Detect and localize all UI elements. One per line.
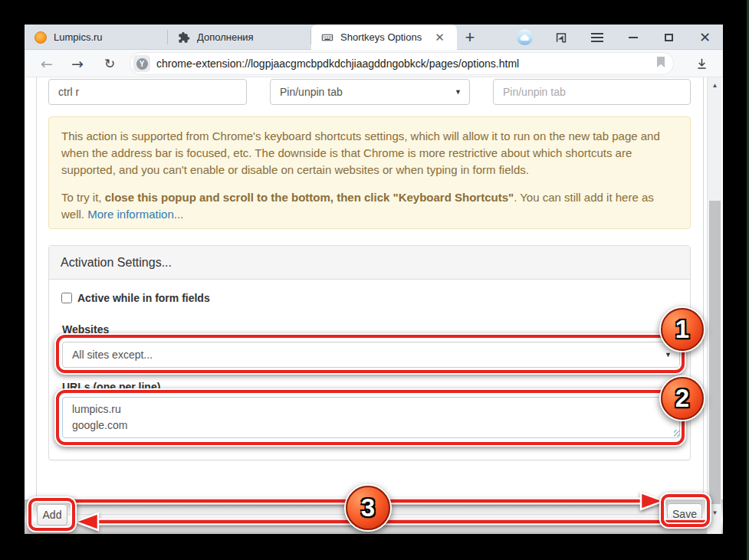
annotation-step-2-badge: 2 [661,377,704,420]
panel-title: Activation Settings... [61,256,172,270]
bookmark-flag-icon[interactable] [656,57,665,70]
scrollbar-thumb[interactable] [709,201,721,504]
tab-label: Shortkeys Options [340,31,422,43]
shortcut-label-input[interactable] [493,79,691,105]
back-button[interactable]: ← [35,53,58,74]
plus-icon: + [465,28,475,47]
back-arrow-icon: ← [41,55,53,72]
page-scrollbar[interactable]: ▲ ▼ [707,77,721,534]
alert-paragraph-1: This action is supported from Chrome's k… [61,128,678,178]
sidebar-panel-icon[interactable] [543,25,579,50]
close-window-button[interactable]: ✕ [687,25,723,50]
active-in-form-fields-checkbox[interactable] [61,293,72,303]
maximize-button[interactable] [651,25,687,50]
download-icon [695,57,708,70]
websites-label: Websites [62,323,109,336]
chevron-down-icon: ▼ [455,88,462,96]
menu-icon[interactable] [579,25,615,50]
annotation-step-3-badge: 3 [346,486,390,530]
tab-label: Lumpics.ru [54,31,103,43]
annotation-rect-urls [56,390,685,445]
tab-bar: Lumpics.ru Дополнения Shortkeys Options [25,25,723,50]
behavior-select-value: Pin/unpin tab [280,86,343,98]
behavior-select[interactable]: Pin/unpin tab ▼ [270,79,470,105]
annotation-rect-add [28,498,75,531]
alert-paragraph-2: To try it, close this popup and scroll t… [61,189,678,223]
puzzle-icon [178,31,190,44]
forward-button[interactable]: → [66,53,89,74]
reload-icon: ↻ [104,56,115,71]
reload-button[interactable]: ↻ [98,53,121,74]
url-text[interactable]: chrome-extension://logpjaacgmcbpdkdchjia… [156,57,656,70]
maximize-icon [665,34,673,41]
scrollbar-up-icon[interactable]: ▲ [708,79,722,92]
address-bar[interactable]: Y chrome-extension://logpjaacgmcbpdkdchj… [130,53,673,74]
page-content: Pin/unpin tab ▼ This action is supported… [25,77,723,534]
forward-arrow-icon: → [71,55,84,72]
keyboard-shortcuts-alert: This action is supported from Chrome's k… [48,116,691,229]
screenshot-stage: Lumpics.ru Дополнения Shortkeys Options [0,0,749,560]
form-fields-checkbox-row: Active while in form fields [61,292,210,304]
tab-close-icon[interactable]: ✕ [435,31,445,43]
tab-extensions[interactable]: Дополнения [168,25,311,50]
shortcut-key-input[interactable] [48,79,247,105]
close-icon: ✕ [699,31,711,44]
downloads-button[interactable] [690,53,713,74]
browser-window: Lumpics.ru Дополнения Shortkeys Options [25,25,723,534]
checkbox-label: Active while in form fields [77,292,210,304]
annotation-step-1-badge: 1 [661,308,704,351]
weather-widget-icon[interactable] [507,25,543,50]
tab-shortkeys-options[interactable]: Shortkeys Options ✕ [311,25,457,50]
new-tab-button[interactable]: + [458,26,481,49]
more-information-link[interactable]: More information... [87,208,183,221]
address-toolbar: ← → ↻ Y chrome-extension://logpjaacgmcbp… [25,50,723,77]
extension-badge-icon[interactable]: Y [133,55,150,72]
panel-heading[interactable]: Activation Settings... [49,246,690,280]
tab-label: Дополнения [197,31,254,43]
annotation-rect-websites [56,335,685,373]
annotation-rect-save [661,494,710,527]
tab-lumpics[interactable]: Lumpics.ru [25,25,168,50]
titlebar-controls: ✕ [507,25,723,50]
minimize-button[interactable] [615,25,651,50]
lumpics-favicon-icon [34,31,47,44]
keyboard-icon [321,31,333,44]
minimize-icon [629,37,638,38]
